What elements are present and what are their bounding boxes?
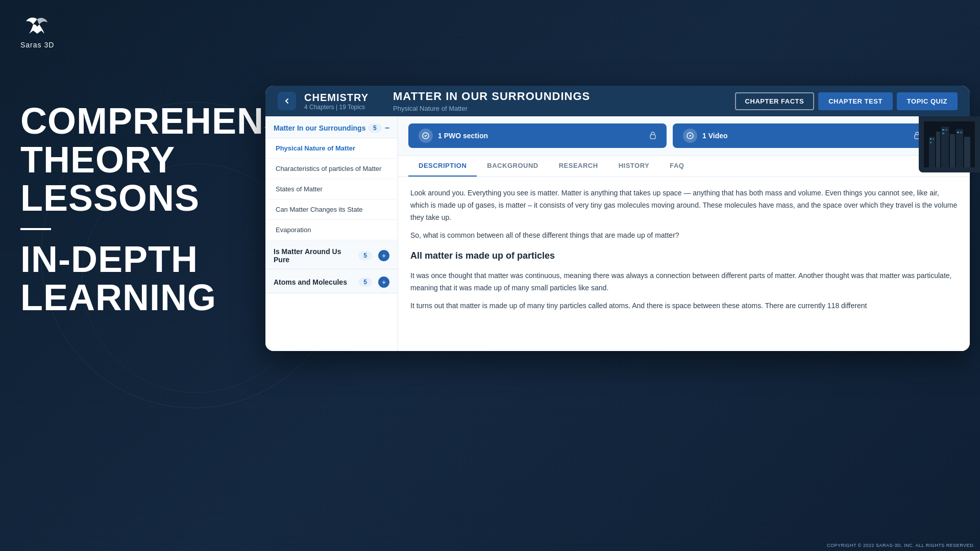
left-title-line2: THEORY LESSONS [20, 141, 265, 218]
tab-description[interactable]: DESCRIPTION [408, 156, 477, 177]
left-subtitle-line4: LEARNING [20, 279, 265, 317]
svg-rect-15 [930, 142, 932, 143]
pwo-lock-icon [649, 131, 656, 141]
content-area: 1 PWO section 1 [398, 116, 970, 351]
building-thumbnail [924, 121, 975, 167]
back-arrow-icon [284, 98, 290, 104]
sidebar-chapter-3-header: Atoms and Molecules 5 + [274, 277, 389, 288]
chapter-facts-button[interactable]: CHAPTER FACTS [735, 92, 815, 110]
tab-history[interactable]: HISTORY [608, 156, 660, 177]
pwo-svg-icon [422, 132, 429, 139]
logo-icon [24, 15, 51, 38]
svg-rect-1 [650, 135, 655, 139]
content-paragraph-3: It was once thought that matter was cont… [410, 270, 958, 294]
subject-meta: 4 Chapters | 19 Topics [304, 104, 369, 111]
video-label: 1 Video [702, 132, 728, 140]
tab-description-label: DESCRIPTION [419, 162, 467, 169]
left-content: COMPREHENSIVE THEORY LESSONS IN-DEPTH LE… [20, 102, 265, 317]
svg-rect-13 [930, 138, 932, 140]
svg-rect-12 [964, 137, 970, 167]
sidebar-chapter-1-header: Matter In our Surroundings 5 − [274, 123, 389, 133]
svg-rect-7 [929, 137, 935, 167]
svg-rect-20 [960, 132, 962, 133]
tab-history-label: HISTORY [619, 162, 650, 169]
copyright-text: COPYRIGHT © 2022 SARAS-3D, INC. ALL RIGH… [827, 543, 975, 548]
content-heading: All matter is made up of particles [410, 248, 958, 264]
sidebar-topic-4-label: Can Matter Changes its State [276, 206, 363, 213]
back-button[interactable] [278, 92, 296, 110]
sidebar-topic-3-label: States of Matter [276, 185, 323, 193]
sidebar-chapter-1-collapse[interactable]: − [385, 123, 389, 133]
svg-rect-14 [933, 138, 934, 140]
sidebar-chapter-1-badge: 5 [368, 123, 382, 133]
sidebar-chapter-3[interactable]: Atoms and Molecules 5 + [265, 269, 398, 293]
content-text: Look around you. Everything you see is m… [398, 177, 970, 351]
pwo-button[interactable]: 1 PWO section [408, 123, 667, 148]
sidebar-topic-2-label: Characteristics of particles of Matter [276, 165, 381, 172]
header-buttons: CHAPTER FACTS CHAPTER TEST TOPIC QUIZ [735, 92, 958, 110]
subject-info: CHEMISTRY 4 Chapters | 19 Topics [304, 92, 369, 111]
tab-faq[interactable]: FAQ [659, 156, 694, 177]
left-subtitle-line3: IN-DEPTH [20, 240, 265, 279]
sidebar-chapter-3-name: Atoms and Molecules [274, 278, 347, 286]
sidebar-topic-2[interactable]: Characteristics of particles of Matter [265, 159, 398, 179]
pwo-icon [419, 129, 433, 143]
left-divider [20, 228, 51, 230]
sidebar-chapter-2-header: Is Matter Around Us Pure 5 + [274, 247, 389, 264]
topic-quiz-button[interactable]: TOPIC QUIZ [897, 92, 958, 110]
panel-body: Matter In our Surroundings 5 − Physical … [265, 116, 970, 351]
thumbnail-strip [919, 116, 980, 172]
sidebar-chapter-2-badge: 5 [358, 251, 372, 260]
sidebar-chapter-2-expand[interactable]: + [378, 250, 389, 261]
sidebar-topic-5-label: Evaporation [276, 226, 311, 234]
content-paragraph-1: Look around you. Everything you see is m… [410, 187, 958, 223]
content-paragraph-4: It turns out that matter is made up of m… [410, 300, 958, 312]
sidebar-chapter-3-expand[interactable]: + [378, 277, 389, 288]
video-svg-icon [687, 132, 694, 139]
main-panel: CHEMISTRY 4 Chapters | 19 Topics MATTER … [265, 86, 970, 351]
svg-rect-10 [950, 134, 955, 167]
sidebar-chapter-2-right: 5 + [358, 250, 389, 261]
sidebar-topic-1-label: Physical Nature of Matter [276, 144, 355, 152]
svg-rect-16 [942, 129, 944, 131]
svg-rect-8 [936, 132, 940, 167]
sidebar-topic-3[interactable]: States of Matter [265, 179, 398, 199]
panel-header: CHEMISTRY 4 Chapters | 19 Topics MATTER … [265, 86, 970, 116]
tab-faq-label: FAQ [670, 162, 684, 169]
sidebar-chapter-3-right: 5 + [358, 277, 389, 288]
chapter-title: MATTER IN OUR SURROUNDINGS [393, 90, 723, 103]
video-button[interactable]: 1 Video [673, 123, 931, 148]
tab-background-label: BACKGROUND [487, 162, 538, 169]
tab-background[interactable]: BACKGROUND [477, 156, 548, 177]
chapter-subtitle: Physical Nature of Matter [393, 105, 723, 112]
svg-rect-11 [956, 129, 963, 167]
video-icon [683, 129, 697, 143]
sidebar-chapter-3-badge: 5 [358, 278, 372, 287]
sidebar-topic-5[interactable]: Evaporation [265, 220, 398, 240]
pwo-label: 1 PWO section [438, 132, 488, 140]
content-paragraph-2: So, what is common between all of these … [410, 230, 958, 242]
sidebar-topic-4[interactable]: Can Matter Changes its State [265, 199, 398, 220]
tab-research-label: RESEARCH [559, 162, 598, 169]
svg-rect-19 [957, 132, 959, 133]
tab-research[interactable]: RESEARCH [549, 156, 608, 177]
left-title-line1: COMPREHENSIVE [20, 102, 265, 141]
svg-rect-17 [945, 129, 947, 131]
logo-area: Saras 3D [20, 15, 54, 49]
content-tabs: DESCRIPTION BACKGROUND RESEARCH HISTORY … [398, 156, 970, 177]
sidebar-chapter-1-name: Matter In our Surroundings [274, 124, 368, 132]
brand-name: Saras 3D [20, 41, 54, 49]
sidebar-chapter-2-name: Is Matter Around Us Pure [274, 247, 358, 264]
sidebar-chapter-2[interactable]: Is Matter Around Us Pure 5 + [265, 240, 398, 269]
sidebar: Matter In our Surroundings 5 − Physical … [265, 116, 398, 351]
sidebar-chapter-1[interactable]: Matter In our Surroundings 5 − [265, 116, 398, 138]
subject-name: CHEMISTRY [304, 92, 369, 104]
chapter-test-button[interactable]: CHAPTER TEST [818, 92, 893, 110]
sidebar-topic-1[interactable]: Physical Nature of Matter [265, 138, 398, 159]
chapter-area: MATTER IN OUR SURROUNDINGS Physical Natu… [381, 90, 735, 112]
resource-bar: 1 PWO section 1 [398, 116, 970, 156]
svg-rect-18 [942, 133, 944, 134]
